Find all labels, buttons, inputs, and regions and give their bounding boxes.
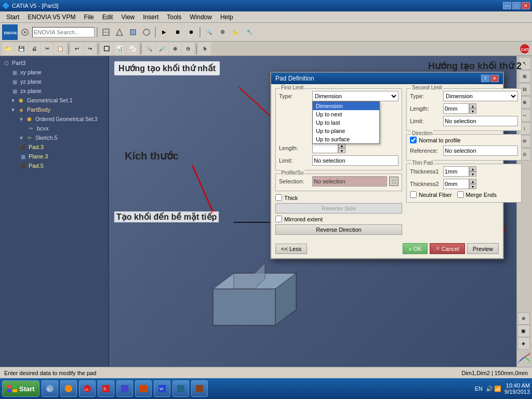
tb2-btn-15[interactable]: 🖱 — [198, 43, 211, 55]
toolbar-btn-4[interactable] — [127, 26, 139, 38]
tb2-btn-11[interactable]: 🔍 — [143, 43, 155, 55]
menu-window[interactable]: Window — [185, 12, 216, 22]
type-dropdown-list[interactable]: Dimension Up to next Up to last Up to pl… — [312, 101, 380, 144]
right-tool-11[interactable]: ◈ — [517, 337, 530, 350]
dropdown-up-to-plane[interactable]: Up to plane — [313, 127, 379, 135]
toolbar-btn-9[interactable]: 🔍 — [203, 26, 215, 38]
toolbar-btn-3[interactable] — [113, 26, 126, 38]
toolbar-btn-7[interactable]: ⏹ — [171, 26, 184, 38]
taskbar-app-1[interactable]: E — [42, 380, 58, 397]
menu-help[interactable]: Help — [216, 12, 237, 22]
tree-plane3[interactable]: ▦ Plane.3 — [19, 152, 106, 161]
tb2-btn-3[interactable]: 🖨 — [28, 43, 41, 55]
normal-checkbox[interactable] — [410, 137, 417, 143]
toolbar-btn-12[interactable]: 🔧 — [243, 26, 256, 38]
tree-pad3[interactable]: ⬛ Pad.3 — [19, 142, 106, 152]
dialog-close-button[interactable]: ✕ — [490, 75, 499, 82]
tb2-btn-4[interactable]: ✂ — [41, 43, 54, 55]
taskbar-app-8[interactable] — [172, 380, 189, 397]
tb2-btn-1[interactable]: 📁 — [2, 43, 15, 55]
minimize-button[interactable]: — — [503, 2, 511, 9]
type-select-second[interactable]: Dimension Up to next — [443, 91, 518, 101]
length-spin-down[interactable]: ▼ — [338, 148, 345, 153]
tb2-btn-14[interactable]: ⊖ — [182, 43, 194, 55]
close-button[interactable]: ✕ — [522, 2, 530, 9]
tb2-btn-12[interactable]: 🔎 — [156, 43, 168, 55]
thickness1-up[interactable]: ▲ — [469, 166, 476, 171]
preview-button[interactable]: Preview — [467, 243, 499, 254]
menu-view[interactable]: View — [117, 12, 139, 22]
merge-checkbox[interactable] — [457, 191, 464, 198]
dropdown-up-to-last[interactable]: Up to last — [313, 118, 379, 127]
ok-button[interactable]: ● OK — [403, 243, 428, 254]
taskbar-app-9[interactable] — [191, 380, 208, 397]
tb2-btn-2[interactable]: 💾 — [15, 43, 28, 55]
taskbar-app-2[interactable] — [60, 380, 77, 397]
dropdown-dimension[interactable]: Dimension — [313, 102, 379, 110]
tb2-btn-5[interactable]: 📋 — [54, 43, 66, 55]
toolbar-btn-1[interactable] — [19, 26, 31, 38]
limit-input-second[interactable] — [443, 116, 518, 126]
mirrored-checkbox[interactable] — [275, 216, 282, 222]
thick-checkbox[interactable] — [275, 194, 282, 201]
toolbar-btn-2[interactable] — [100, 26, 112, 38]
tray-icon-1[interactable]: 🔊 — [486, 385, 493, 392]
tree-pad5[interactable]: ⬛ Pad.5 — [19, 161, 106, 170]
reverse-side-button[interactable]: Reverse Side — [275, 203, 402, 214]
selection-input[interactable] — [312, 176, 387, 187]
thickness1-down[interactable]: ▼ — [469, 171, 476, 177]
tree-sketch5[interactable]: ▼ ✏ Sketch.5 — [19, 133, 106, 142]
tree-bcvx[interactable]: ✏ bcvx — [27, 124, 106, 133]
dialog-help-button[interactable]: ? — [481, 75, 489, 82]
thickness1-input[interactable] — [443, 166, 469, 177]
enovia-search-input[interactable] — [32, 27, 95, 37]
thickness2-down[interactable]: ▼ — [469, 184, 476, 189]
taskbar-app-7[interactable]: W — [154, 380, 170, 397]
reverse-direction-button[interactable]: Reverse Direction — [275, 224, 402, 235]
taskbar-app-4[interactable]: S — [98, 380, 114, 397]
tb2-btn-13[interactable]: ⊕ — [169, 43, 181, 55]
thickness2-input[interactable] — [443, 179, 469, 189]
right-tool-10[interactable]: ▣ — [517, 325, 530, 337]
length-spin-down2[interactable]: ▼ — [469, 109, 476, 114]
selection-pick-btn[interactable]: ⬚ — [389, 177, 398, 186]
dropdown-up-to-next[interactable]: Up to next — [313, 110, 379, 118]
menu-start[interactable]: Start — [2, 12, 23, 22]
length-input-first[interactable] — [312, 143, 338, 153]
menu-edit[interactable]: Edit — [98, 12, 117, 22]
limit-input-first[interactable] — [312, 155, 398, 166]
tree-partbody[interactable]: ▼ ◈ PartBody — [10, 105, 106, 114]
length-spin-up2[interactable]: ▲ — [469, 103, 476, 109]
cancel-button[interactable]: ✕ Cancel — [430, 243, 465, 254]
toolbar-btn-11[interactable]: 📐 — [230, 26, 242, 38]
reference-input[interactable] — [443, 145, 518, 156]
tb2-btn-6[interactable]: ↩ — [71, 43, 83, 55]
tree-zx-plane[interactable]: ▦ zx plane — [10, 86, 106, 96]
menu-enovia[interactable]: ENOVIA V5 VPM — [23, 12, 79, 22]
tb2-btn-7[interactable]: ↪ — [84, 43, 96, 55]
toolbar-btn-5[interactable] — [140, 26, 153, 38]
tb2-btn-10[interactable]: 📈 — [126, 43, 139, 55]
tree-xy-plane[interactable]: ▦ xy plane — [10, 68, 106, 77]
start-button[interactable]: Start — [2, 380, 39, 397]
length-input-second[interactable] — [443, 103, 469, 114]
taskbar-app-6[interactable] — [135, 380, 152, 397]
right-tool-9[interactable]: ⊛ — [517, 312, 530, 325]
taskbar-app-3[interactable]: CA — [79, 380, 96, 397]
less-button[interactable]: << Less — [275, 244, 307, 254]
tree-root[interactable]: ⬡ Part3 — [2, 58, 106, 68]
tray-icon-2[interactable]: 📶 — [494, 385, 501, 392]
type-select-first[interactable]: Dimension Up to next Up to last Up to pl… — [312, 91, 398, 101]
menu-insert[interactable]: Insert — [139, 12, 163, 22]
tree-geo-set-1[interactable]: ▼ ⬢ Geometrical Set.1 — [10, 96, 106, 105]
neutral-checkbox[interactable] — [410, 191, 417, 198]
tb2-btn-9[interactable]: 📊 — [113, 43, 126, 55]
toolbar-btn-10[interactable]: ⚙ — [216, 26, 229, 38]
toolbar-btn-6[interactable]: ▶ — [158, 26, 170, 38]
taskbar-app-5[interactable] — [116, 380, 133, 397]
tree-yz-plane[interactable]: ▦ yz plane — [10, 77, 106, 86]
menu-file[interactable]: File — [79, 12, 98, 22]
menu-tools[interactable]: Tools — [163, 12, 185, 22]
toolbar-btn-8[interactable]: ⏺ — [185, 26, 197, 38]
right-tool-2[interactable]: ⊞ — [518, 70, 531, 83]
